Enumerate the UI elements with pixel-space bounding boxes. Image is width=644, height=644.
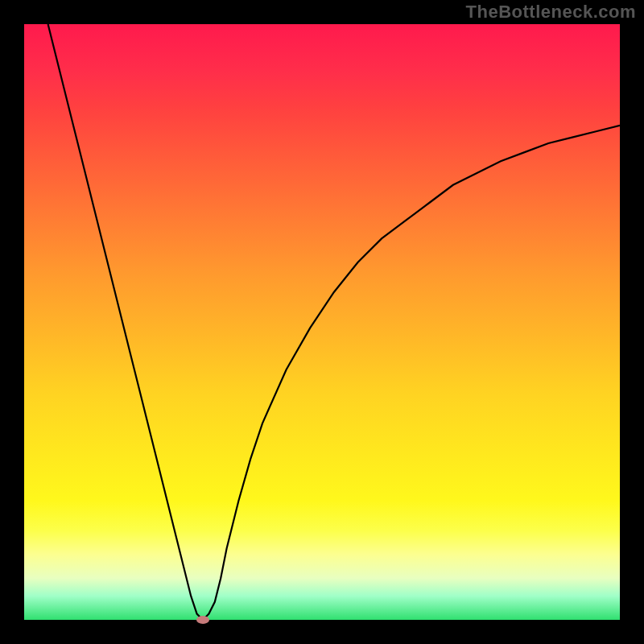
chart-frame: TheBottleneck.com (0, 0, 644, 644)
plot-area (24, 24, 620, 620)
minimum-marker (196, 616, 209, 624)
watermark-text: TheBottleneck.com (466, 2, 636, 23)
bottleneck-curve (24, 24, 620, 620)
